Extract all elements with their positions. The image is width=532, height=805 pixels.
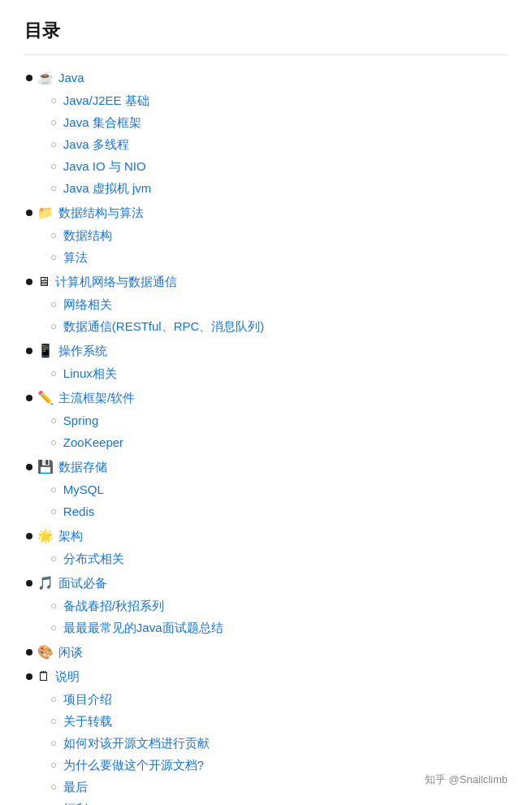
sub-link[interactable]: Java 集合框架: [63, 113, 141, 132]
toc-sub-item: ○数据结构: [50, 226, 508, 245]
toc-section-header-architecture: 🌟架构: [24, 526, 508, 546]
section-link-description[interactable]: 说明: [55, 667, 80, 686]
sub-link[interactable]: 分布式相关: [63, 549, 124, 569]
sub-link[interactable]: Java IO 与 NIO: [63, 157, 146, 176]
section-icon-data-structure: 📁: [37, 206, 54, 219]
sub-bullet: ○: [50, 620, 57, 637]
sub-link[interactable]: Java/J2EE 基础: [63, 91, 149, 110]
sub-bullet: ○: [50, 115, 57, 132]
toc-sub-item: ○Spring: [50, 411, 508, 431]
toc-section-header-description: 🗒说明: [24, 667, 508, 686]
sub-bullet: ○: [50, 779, 57, 796]
sub-bullet: ○: [50, 801, 57, 805]
toc-section-header-framework: ✏️主流框架/软件: [24, 388, 508, 408]
sub-link[interactable]: 为什么要做这个开源文档?: [63, 755, 204, 775]
toc-sub-item: ○关于转载: [50, 712, 508, 731]
sub-link[interactable]: 数据结构: [63, 226, 112, 245]
sub-link[interactable]: 数据通信(RESTful、RPC、消息队列): [63, 317, 265, 336]
toc-sub-item: ○Java 集合框架: [50, 113, 508, 132]
toc-sub-list-architecture: ○分布式相关: [24, 549, 508, 569]
toc-sub-item: ○算法: [50, 248, 508, 267]
section-bullet-description: [26, 673, 32, 680]
sub-bullet: ○: [50, 136, 57, 154]
toc-sub-item: ○分布式相关: [50, 549, 508, 569]
sub-link[interactable]: 项目介绍: [63, 690, 112, 709]
section-icon-interview: 🎵: [37, 577, 54, 590]
sub-bullet: ○: [50, 713, 57, 730]
section-icon-description: 🗒: [37, 670, 50, 683]
section-link-framework[interactable]: 主流框架/软件: [58, 388, 135, 408]
toc-sub-item: ○网络相关: [50, 295, 508, 314]
toc-sub-item: ○数据通信(RESTful、RPC、消息队列): [50, 317, 508, 336]
toc-section-header-network: 🖥计算机网络与数据通信: [24, 272, 508, 292]
toc-section-item-os: 📱操作系统○Linux相关: [24, 341, 508, 383]
sub-bullet: ○: [50, 93, 57, 110]
toc-sub-list-os: ○Linux相关: [24, 364, 508, 383]
section-bullet-java: [26, 75, 32, 81]
sub-link[interactable]: 最后: [63, 777, 88, 797]
sub-link[interactable]: Linux相关: [63, 364, 117, 383]
toc-section-item-chat: 🎨闲谈: [24, 643, 508, 662]
sub-link[interactable]: 关于转载: [63, 712, 112, 731]
sub-link[interactable]: Java 多线程: [63, 135, 129, 154]
toc-section-header-interview: 🎵面试必备: [24, 573, 508, 593]
section-link-architecture[interactable]: 架构: [58, 526, 83, 546]
toc-sub-item: ○Java IO 与 NIO: [50, 157, 508, 176]
section-link-os[interactable]: 操作系统: [58, 341, 107, 361]
sub-bullet: ○: [50, 158, 57, 175]
sub-bullet: ○: [50, 318, 57, 335]
sub-link[interactable]: Redis: [63, 502, 94, 522]
toc-section-header-storage: 💾数据存储: [24, 457, 508, 477]
toc-sub-item: ○备战春招/秋招系列: [50, 596, 508, 616]
sub-link[interactable]: 最最最常见的Java面试题总结: [63, 618, 223, 638]
toc-sub-item: ○Redis: [50, 502, 508, 522]
toc-section-item-architecture: 🌟架构○分布式相关: [24, 526, 508, 569]
sub-link[interactable]: Spring: [63, 411, 98, 431]
sub-link[interactable]: 福利: [63, 799, 88, 805]
toc-sub-item: ○最最最常见的Java面试题总结: [50, 618, 508, 638]
sub-link[interactable]: 如何对该开源文档进行贡献: [63, 734, 210, 753]
section-icon-network: 🖥: [37, 275, 50, 288]
toc-sub-list-network: ○网络相关○数据通信(RESTful、RPC、消息队列): [24, 295, 508, 336]
section-link-data-structure[interactable]: 数据结构与算法: [58, 203, 144, 223]
sub-bullet: ○: [50, 249, 57, 266]
section-bullet-os: [26, 348, 32, 354]
toc-section-header-data-structure: 📁数据结构与算法: [24, 203, 508, 223]
sub-bullet: ○: [50, 551, 57, 568]
sub-bullet: ○: [50, 504, 57, 521]
section-link-chat[interactable]: 闲谈: [58, 643, 83, 662]
sub-link[interactable]: 网络相关: [63, 295, 112, 314]
section-link-network[interactable]: 计算机网络与数据通信: [55, 272, 177, 292]
sub-link[interactable]: MySQL: [63, 480, 104, 500]
sub-bullet: ○: [50, 735, 57, 752]
section-link-interview[interactable]: 面试必备: [58, 573, 107, 593]
section-icon-os: 📱: [37, 344, 54, 357]
section-bullet-data-structure: [26, 210, 32, 216]
toc-section-header-chat: 🎨闲谈: [24, 643, 508, 662]
toc-section-item-network: 🖥计算机网络与数据通信○网络相关○数据通信(RESTful、RPC、消息队列): [24, 272, 508, 336]
toc-sub-item: ○项目介绍: [50, 690, 508, 709]
toc-section-header-os: 📱操作系统: [24, 341, 508, 361]
sub-link[interactable]: 备战春招/秋招系列: [63, 596, 164, 616]
section-icon-framework: ✏️: [37, 392, 54, 405]
sub-link[interactable]: ZooKeeper: [63, 433, 123, 452]
section-bullet-storage: [26, 464, 32, 470]
toc-sub-item: ○福利: [50, 799, 508, 805]
toc-sub-list-storage: ○MySQL○Redis: [24, 480, 508, 522]
section-bullet-interview: [26, 580, 32, 586]
sub-bullet: ○: [50, 227, 57, 245]
section-icon-chat: 🎨: [37, 646, 54, 659]
section-link-java[interactable]: Java: [58, 68, 84, 88]
toc-sub-item: ○ZooKeeper: [50, 433, 508, 452]
sub-bullet: ○: [50, 691, 57, 708]
sub-link[interactable]: 算法: [63, 248, 88, 267]
toc-section-item-framework: ✏️主流框架/软件○Spring○ZooKeeper: [24, 388, 508, 452]
sub-bullet: ○: [50, 757, 57, 774]
section-link-storage[interactable]: 数据存储: [58, 457, 107, 477]
toc-section-item-java: ☕Java○Java/J2EE 基础○Java 集合框架○Java 多线程○Ja…: [24, 68, 508, 198]
toc-sub-item: ○如何对该开源文档进行贡献: [50, 734, 508, 753]
toc-sub-item: ○MySQL: [50, 480, 508, 500]
sub-link[interactable]: Java 虚拟机 jvm: [63, 179, 151, 198]
toc-sub-list-java: ○Java/J2EE 基础○Java 集合框架○Java 多线程○Java IO…: [24, 91, 508, 198]
sub-bullet: ○: [50, 296, 57, 314]
